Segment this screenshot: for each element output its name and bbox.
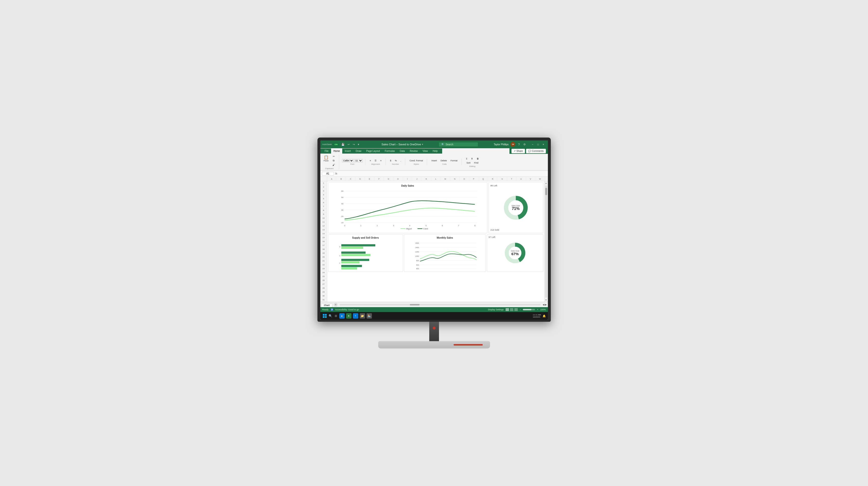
help-icon[interactable]: ?: [517, 142, 520, 147]
edge-icon[interactable]: e: [339, 313, 345, 319]
comma-button[interactable]: ,: [399, 159, 403, 162]
col-P: P: [469, 177, 478, 181]
daily-sales-title: Daily Sales: [330, 185, 485, 187]
clear-button[interactable]: 🗑: [475, 157, 480, 160]
search-label: Search: [445, 143, 453, 146]
tab-file[interactable]: File: [322, 149, 331, 154]
font-select[interactable]: Calibri: [342, 159, 354, 162]
conditional-format-button[interactable]: Cond. Format: [408, 159, 425, 162]
scroll-right-button[interactable]: ▶: [545, 303, 547, 306]
row-6: 6: [320, 201, 327, 205]
align-left-button[interactable]: ≡: [368, 159, 372, 162]
start-button[interactable]: [322, 314, 327, 318]
share-icon: ↗: [514, 150, 516, 152]
windows-icon: [323, 314, 327, 318]
format-cells-button[interactable]: Format: [449, 159, 459, 162]
row-11: 11: [320, 220, 327, 224]
font-size-select[interactable]: 11: [354, 159, 363, 162]
row-17: 17: [320, 244, 327, 247]
zoom-plus[interactable]: +: [537, 309, 538, 311]
search-box[interactable]: 🔍 Search: [439, 142, 478, 147]
tab-review[interactable]: Review: [407, 149, 420, 154]
more-icon[interactable]: ▾: [357, 142, 360, 147]
h-scroll-thumb[interactable]: [410, 304, 420, 305]
tab-draw[interactable]: Draw: [353, 149, 364, 154]
svg-rect-31: [341, 247, 363, 249]
scroll-down-button[interactable]: ▼: [545, 298, 548, 302]
add-sheet-button[interactable]: +: [334, 303, 338, 307]
zoom-minus[interactable]: −: [520, 309, 521, 311]
daily-sales-chart-box: Daily Sales: [328, 182, 487, 233]
tab-home[interactable]: Home: [331, 149, 342, 154]
horizontal-scrollbar-track[interactable]: [340, 303, 540, 306]
cut-button[interactable]: ✂: [331, 155, 336, 158]
scroll-left-button[interactable]: ◀: [542, 303, 545, 306]
svg-rect-33: [341, 254, 370, 256]
row-3: 3: [320, 189, 327, 193]
sheet-tab-chart[interactable]: Chart: [321, 303, 333, 307]
cell-reference[interactable]: A1: [322, 172, 334, 175]
tab-formulas[interactable]: Formulas: [382, 149, 397, 154]
tab-page-layout[interactable]: Page Layout: [364, 149, 382, 154]
scroll-thumb[interactable]: [545, 188, 547, 195]
vertical-scrollbar[interactable]: ▲ ▼: [544, 181, 548, 302]
tab-data[interactable]: Data: [397, 149, 407, 154]
task-view-button[interactable]: ⊞: [334, 314, 338, 318]
svg-text:1000: 1000: [415, 255, 419, 257]
page-layout-icon[interactable]: [510, 308, 514, 311]
align-right-button[interactable]: ≡: [379, 159, 383, 162]
status-bar-left: Ready ♿ Accessibility: Good to go: [322, 309, 359, 311]
align-center-button[interactable]: ☰: [373, 159, 378, 162]
paste-button[interactable]: 📋 Paste: [322, 155, 330, 167]
format-painter-button[interactable]: 🖌: [331, 163, 336, 167]
tab-view[interactable]: View: [420, 149, 430, 154]
taskbar: 🔍 ⊞ e X T 📁 🏪: [320, 312, 548, 320]
svg-text:6: 6: [442, 225, 443, 227]
column-headers-row: A B C D E F G H I J K L M N O: [320, 177, 548, 181]
comments-button[interactable]: 💬 Comments: [526, 149, 546, 153]
col-C: C: [346, 177, 355, 181]
percent-button[interactable]: %: [394, 159, 398, 162]
donut1-wrapper: Sales Goal 71%: [504, 196, 528, 220]
display-settings[interactable]: Display Settings: [488, 309, 504, 311]
sort-button[interactable]: Sort: [465, 161, 472, 164]
copy-button[interactable]: ⧉: [331, 159, 336, 163]
tab-help[interactable]: Help: [430, 149, 440, 154]
teams-icon[interactable]: T: [353, 313, 358, 319]
save-icon[interactable]: 💾: [341, 142, 345, 147]
excel-taskbar-icon[interactable]: X: [346, 313, 351, 319]
undo-icon[interactable]: ↩: [347, 142, 350, 147]
zoom-slider[interactable]: [523, 309, 535, 310]
svg-text:60: 60: [341, 190, 343, 192]
autosave-toggle[interactable]: ON: [333, 143, 339, 146]
search-taskbar-button[interactable]: 🔍: [329, 314, 333, 318]
donut1-center: Sales Goal 71%: [512, 205, 520, 211]
col-T: T: [507, 177, 517, 181]
store-icon[interactable]: 🏪: [367, 313, 372, 319]
normal-view-icon[interactable]: [505, 308, 509, 311]
scroll-up-button[interactable]: ▲: [545, 181, 548, 185]
styles-group: Cond. Format Styles: [408, 159, 427, 165]
monthly-sales-svg: 1600 1400 1200 1000 800 600 400: [406, 240, 484, 271]
insert-cells-button[interactable]: Insert: [430, 159, 438, 162]
delete-cells-button[interactable]: Delete: [439, 159, 448, 162]
notification-button[interactable]: 🔔: [542, 315, 546, 318]
find-button[interactable]: Find: [472, 161, 480, 164]
close-button[interactable]: ×: [541, 142, 546, 146]
monthly-sales-title: Monthly Sales: [406, 236, 484, 239]
svg-text:0: 0: [344, 225, 345, 227]
svg-rect-55: [325, 314, 327, 316]
settings-icon[interactable]: ⚙: [523, 142, 526, 147]
title-dropdown[interactable]: ▾: [422, 143, 423, 145]
fill-button[interactable]: ⬇: [470, 157, 474, 160]
redo-icon[interactable]: ↪: [352, 142, 355, 147]
currency-button[interactable]: $: [389, 159, 393, 162]
minimize-button[interactable]: −: [530, 142, 535, 146]
page-break-icon[interactable]: [514, 308, 518, 311]
sum-button[interactable]: Σ: [465, 157, 469, 160]
tab-insert[interactable]: Insert: [342, 149, 353, 154]
maximize-button[interactable]: □: [536, 142, 540, 146]
file-explorer-icon[interactable]: 📁: [360, 313, 365, 319]
share-button[interactable]: ↗ Share: [512, 149, 525, 153]
row-7: 7: [320, 205, 327, 208]
